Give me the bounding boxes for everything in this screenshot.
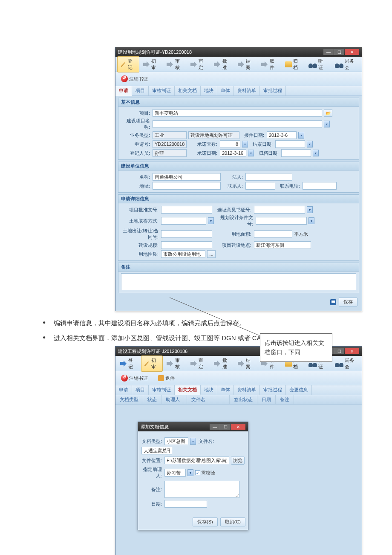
col-assist[interactable]: 助理人 [161, 395, 187, 404]
toolbar-pizhun[interactable]: 批准 [211, 56, 234, 72]
project-name-input[interactable] [153, 120, 322, 128]
toolbar-jushihui[interactable]: 局务会 [332, 56, 360, 72]
dialog-save-button[interactable]: 保存(S) [193, 517, 218, 526]
legal-input[interactable] [245, 173, 292, 181]
remark-textarea[interactable] [121, 273, 356, 290]
tab-approval-process[interactable]: 审批过程 [260, 385, 286, 395]
tab-material-list[interactable]: 资料清单 [234, 86, 260, 95]
tdcr-input[interactable] [161, 230, 212, 238]
xmjsdd-input[interactable] [254, 241, 311, 249]
col-doctype[interactable]: 文档类型 [115, 395, 143, 404]
toolbar-jushihui[interactable]: 局务会 [332, 356, 360, 372]
toolbar-jiean[interactable]: 结案 [235, 356, 258, 372]
stepper-icon[interactable]: ▾ [242, 141, 248, 147]
maximize-button[interactable]: ☐ [334, 348, 344, 354]
toolbar-chushen[interactable]: 初审 [140, 56, 163, 72]
col-filename[interactable]: 文件名 [187, 395, 230, 404]
doctype-input[interactable] [164, 437, 188, 445]
cancel-cert-button[interactable]: 注销书证 [118, 373, 151, 383]
filepath-input[interactable] [164, 457, 229, 464]
minimize-button[interactable]: — [210, 424, 220, 430]
date-picker-icon[interactable]: ▾ [307, 141, 313, 147]
date-picker-icon[interactable]: ▾ [313, 150, 319, 156]
toolbar-shending[interactable]: 审定 [187, 356, 210, 372]
tab-unit[interactable]: 单体 [217, 86, 234, 95]
titlebar[interactable]: 建设用地规划许可证-YD201200018 — ☐ ✕ [115, 47, 362, 57]
unit-name-input[interactable] [153, 173, 221, 181]
close-button[interactable]: ✕ [345, 49, 359, 55]
dropdown-icon[interactable]: ▾ [308, 217, 314, 224]
toolbar-register[interactable]: 登记 [117, 56, 139, 72]
project-picker-button[interactable]: 📂 [324, 109, 332, 117]
col-checkout[interactable]: 签出状态 [230, 395, 257, 404]
minimize-button[interactable]: — [323, 49, 334, 55]
ydmj-input[interactable] [254, 230, 292, 238]
phone-input[interactable] [303, 182, 337, 190]
dropdown-icon[interactable]: ▾ [307, 206, 313, 213]
date-picker-icon[interactable]: ▾ [298, 132, 304, 139]
toolbar-shending[interactable]: 审定 [187, 56, 210, 72]
toolbar-tingzheng[interactable]: 听证 [306, 56, 329, 72]
col-date[interactable]: 日期 [257, 395, 276, 404]
jsgm-input[interactable] [161, 241, 212, 249]
address-input[interactable] [153, 182, 221, 190]
tab-audit-cert[interactable]: 审核制证 [149, 385, 175, 395]
xmpzwh-input[interactable] [161, 206, 212, 214]
tab-project[interactable]: 项目 [132, 86, 149, 95]
tab-change-info[interactable]: 变更信息 [286, 385, 312, 395]
col-remark[interactable]: 备注 [276, 395, 294, 404]
contact-input[interactable] [245, 182, 275, 190]
need-verify-checkbox[interactable]: ✓需校验 [195, 470, 215, 476]
save-button[interactable]: 保存 [339, 298, 357, 306]
close-button[interactable]: ✕ [231, 424, 245, 430]
close-button[interactable]: ✕ [345, 348, 359, 354]
tab-project[interactable]: 项目 [132, 385, 149, 395]
dropdown-icon[interactable]: ▾ [187, 469, 193, 476]
maximize-button[interactable]: ☐ [334, 49, 344, 55]
cancel-cert-button[interactable]: 注销书证 [118, 74, 151, 84]
tab-plot[interactable]: 地块 [201, 385, 217, 395]
close-date-input[interactable] [275, 140, 305, 148]
dialog-cancel-button[interactable]: 取消(C) [220, 517, 245, 526]
ghsjwj-input[interactable] [256, 217, 307, 225]
tab-audit-cert[interactable]: 审核制证 [149, 86, 175, 95]
toolbar-shenhe[interactable]: 审核 [164, 56, 187, 72]
receive-date-input[interactable] [267, 131, 297, 139]
tab-unit[interactable]: 单体 [217, 385, 234, 395]
promise-date-input[interactable] [220, 149, 246, 157]
toolbar-jiean[interactable]: 结案 [235, 56, 258, 72]
tab-related-docs[interactable]: 相关文档 [175, 86, 201, 95]
xzyjszh-input[interactable] [254, 206, 305, 214]
dialog-titlebar[interactable]: 添加文档信息 — ☐ ✕ [138, 422, 248, 431]
dropdown-icon[interactable]: ▾ [190, 438, 196, 445]
return-button[interactable]: 退件 [155, 373, 178, 383]
filename-input[interactable] [141, 447, 172, 454]
remark-textarea[interactable] [164, 481, 239, 498]
dropdown-icon[interactable]: ▾ [324, 121, 330, 127]
promise-days-input[interactable] [220, 140, 240, 148]
col-status[interactable]: 状态 [143, 395, 161, 404]
assistant-input[interactable] [164, 469, 186, 477]
maximize-button[interactable]: ☐ [220, 424, 231, 430]
dropdown-icon[interactable]: ▾ [208, 217, 214, 224]
toolbar-chushen[interactable]: 初审 [141, 356, 163, 372]
toolbar-qujian[interactable]: 取件 [258, 56, 281, 72]
tab-material-list[interactable]: 资料清单 [234, 385, 260, 395]
tab-apply[interactable]: 申请 [115, 385, 132, 395]
toolbar-guidang[interactable]: 归档 [282, 56, 305, 72]
tab-plot[interactable]: 地块 [201, 86, 217, 95]
toolbar-shenhe[interactable]: 审核 [164, 356, 187, 372]
toolbar-pizhun[interactable]: 批准 [211, 356, 234, 372]
tdqdfs-input[interactable] [161, 217, 206, 225]
browse-button[interactable]: 浏览 [231, 457, 245, 465]
tab-apply[interactable]: 申请 [115, 86, 132, 96]
ydxz-picker-button[interactable]: … [207, 250, 216, 258]
project-input[interactable] [153, 109, 322, 117]
date-picker-icon[interactable]: ▾ [248, 150, 254, 156]
archive-date-input[interactable] [281, 149, 311, 157]
tab-approval-process[interactable]: 审批过程 [260, 86, 286, 95]
date-input[interactable] [164, 500, 207, 508]
toolbar-register[interactable]: 登记 [117, 356, 140, 372]
ydxz-input[interactable] [161, 250, 205, 258]
tab-related-docs[interactable]: 相关文档 [175, 385, 201, 395]
